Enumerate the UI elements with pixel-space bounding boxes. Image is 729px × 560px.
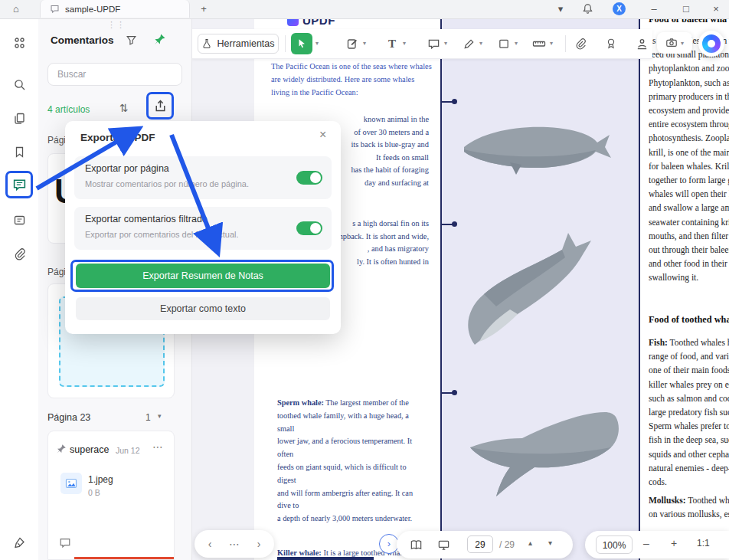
panel-drag-handle[interactable]: ⋮⋮ [107, 20, 126, 30]
comment-tool-chevron-icon[interactable]: ▾ [444, 40, 447, 47]
document-tab[interactable]: sample-UPDF [40, 0, 190, 18]
screenshot-tool-button[interactable]: ▾ [657, 32, 692, 54]
maximize-button[interactable]: □ [677, 0, 695, 18]
previous-page-chevron-icon[interactable]: ▴ [528, 539, 532, 547]
attachments-panel-icon[interactable] [10, 244, 28, 263]
shape-tool-button[interactable] [496, 36, 512, 51]
actual-size-button[interactable]: 1:1 [697, 538, 710, 549]
option-toggle[interactable] [296, 171, 322, 185]
toolbar-divider [285, 35, 286, 52]
tab-list-chevron-icon[interactable]: ▾ [553, 0, 568, 18]
text-line: and will form ambergris after eating. It… [277, 487, 415, 513]
sort-icon[interactable]: ⇅ [119, 102, 129, 114]
zoom-in-button[interactable]: + [671, 537, 677, 549]
right-text-column: Food of baleen wha as blue whales and fi… [647, 18, 729, 560]
attachment-name[interactable]: 1.jpeg [88, 474, 113, 485]
search-panel-icon[interactable] [10, 75, 28, 93]
callout-dot [452, 390, 457, 395]
presentation-mode-icon[interactable] [436, 538, 450, 552]
signature-tool-button[interactable] [634, 36, 649, 51]
text-tool-button[interactable]: T [384, 36, 400, 51]
pager-prev-button[interactable]: ‹ [202, 530, 217, 558]
text-line: for baleen whales. Krill usu [649, 159, 729, 173]
pager-next-button[interactable]: › [251, 530, 266, 558]
filter-icon[interactable] [126, 34, 137, 46]
notifications-bell-icon[interactable] [582, 3, 593, 15]
quick-tool-chevron-icon[interactable]: ▾ [363, 40, 366, 47]
search-input[interactable] [47, 63, 182, 86]
comment-tool-button[interactable] [426, 36, 441, 51]
grid-panel-icon[interactable] [10, 34, 28, 52]
reply-bubble-icon[interactable] [59, 537, 71, 549]
export-notes-summary-button[interactable]: Exportar Resumen de Notas [76, 264, 330, 288]
sperm-first-rest: The largest member of the [324, 398, 409, 407]
mollusks-first-rest: Toothed whales a [686, 496, 729, 505]
option-label: Exportar por página [85, 163, 169, 174]
text-line: cods. [649, 475, 729, 489]
select-tool-button[interactable] [291, 33, 312, 54]
minimize-button[interactable]: – [645, 0, 663, 18]
text-line: fish in the deep sea, such as [649, 433, 729, 447]
page-corner-pager: ‹ ⋯ › [195, 530, 274, 558]
export-as-text-button[interactable]: Exportar como texto [76, 297, 330, 320]
account-avatar[interactable]: X [613, 2, 626, 15]
mollusks-lines: on various mollusks, especi [649, 507, 729, 521]
comments-panel-icon[interactable] [10, 175, 28, 194]
notes-panel-icon[interactable] [10, 211, 28, 229]
zoom-out-button[interactable]: – [643, 537, 649, 549]
attach-tool-button[interactable] [573, 36, 588, 51]
screenshot-chevron-icon: ▾ [681, 40, 684, 47]
measure-tool-chevron-icon[interactable]: ▾ [550, 40, 553, 47]
new-tab-button[interactable]: + [196, 0, 211, 18]
next-page-chevron-icon[interactable]: ▾ [548, 539, 552, 547]
tools-button-label: Herramientas [217, 38, 274, 49]
text-line: one of their main foods. For [649, 363, 729, 377]
quick-tool-button[interactable] [345, 36, 360, 51]
comment-card[interactable]: superace Jun 12 ⋯ 1.jpeg 0 B [47, 431, 175, 560]
pages-panel-icon[interactable] [10, 109, 28, 127]
measure-tool-button[interactable] [531, 36, 547, 51]
option-description: Mostrar comentarios por número de página… [85, 179, 249, 188]
tools-button[interactable]: Herramientas [198, 34, 279, 54]
comment-more-button[interactable]: ⋯ [152, 440, 163, 453]
text-line: seawater containing krill int [649, 215, 729, 229]
reading-mode-icon[interactable] [409, 538, 423, 552]
comment-author: superace [70, 444, 109, 455]
pager-more-button[interactable]: ⋯ [227, 530, 242, 558]
text-line: entire ecosystem through [649, 117, 729, 131]
text-line: such as salmon and cod, as [649, 391, 729, 405]
text-line: range of food, and various f [649, 349, 729, 363]
fish-label: Fish: [649, 338, 668, 347]
stamp-tool-button[interactable] [603, 36, 619, 51]
text-line: mouths, and then filter the s [649, 229, 729, 243]
page-number-input[interactable]: 29 [467, 535, 493, 553]
bookmark-panel-icon[interactable] [10, 142, 28, 161]
ai-assistant-button[interactable] [698, 31, 724, 57]
text-tool-chevron-icon[interactable]: ▾ [403, 40, 406, 47]
callout-dot [452, 221, 457, 227]
text-line: and swallow a large amount [649, 201, 729, 215]
shape-tool-chevron-icon[interactable]: ▾ [515, 40, 518, 47]
select-tool-chevron-icon[interactable]: ▾ [315, 40, 319, 47]
pen-tool-button[interactable] [461, 36, 476, 51]
panel-title: Comentarios [51, 34, 114, 46]
collapse-chevron-icon[interactable]: ▾ [158, 412, 162, 420]
text-tool-glyph: T [388, 38, 396, 51]
attachment-thumbnail[interactable] [60, 473, 82, 494]
main-toolbar: Herramientas ▾ ▾ T ▾ ▾ ▾ [191, 29, 652, 59]
page-total-label: / 29 [499, 539, 515, 550]
home-icon[interactable]: ⌂ [8, 0, 25, 18]
dialog-close-icon[interactable]: × [319, 128, 326, 142]
pen-tool-chevron-icon[interactable]: ▾ [479, 40, 482, 47]
pin-icon[interactable] [153, 33, 166, 46]
ink-signature-icon[interactable] [10, 533, 28, 552]
export-comments-icon[interactable] [151, 97, 169, 115]
text-line: natural enemies - deep-sea g [649, 461, 729, 475]
option-toggle[interactable] [296, 221, 322, 235]
zoom-level-select[interactable]: 100% [596, 535, 633, 554]
text-line: on various mollusks, especi [649, 507, 729, 521]
close-button[interactable]: × [706, 0, 726, 18]
text-line: out through their baleen, lea [649, 243, 729, 257]
sperm-label: Sperm whale: [277, 398, 324, 407]
text-line: primary producers in the ma [649, 90, 729, 103]
